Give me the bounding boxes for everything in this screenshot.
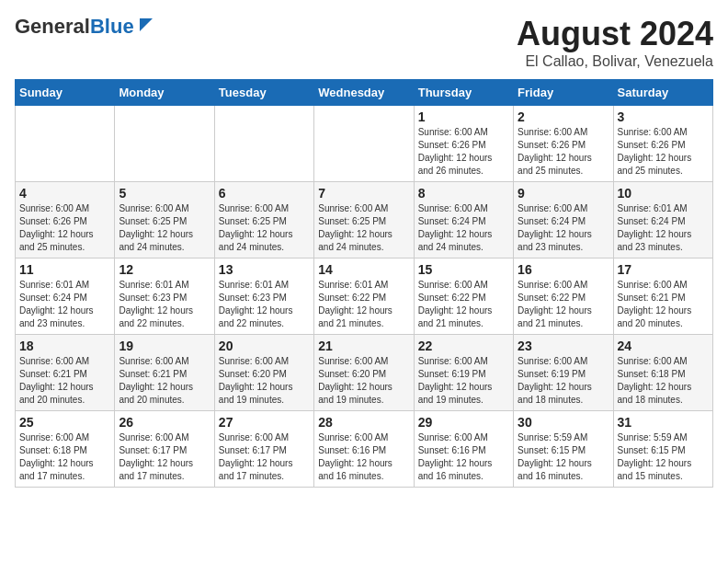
cell-info: Sunrise: 6:00 AM Sunset: 6:16 PM Dayligh… (318, 431, 409, 483)
cell-date: 29 (418, 415, 509, 430)
calendar-cell: 1Sunrise: 6:00 AM Sunset: 6:26 PM Daylig… (414, 106, 513, 182)
cell-info: Sunrise: 6:00 AM Sunset: 6:20 PM Dayligh… (318, 355, 409, 407)
logo-blue: Blue (90, 15, 134, 38)
cell-date: 28 (318, 415, 409, 430)
day-header-monday: Monday (115, 80, 214, 106)
cell-info: Sunrise: 6:00 AM Sunset: 6:18 PM Dayligh… (19, 431, 110, 483)
cell-info: Sunrise: 5:59 AM Sunset: 6:15 PM Dayligh… (618, 431, 709, 483)
cell-info: Sunrise: 6:00 AM Sunset: 6:16 PM Dayligh… (418, 431, 509, 483)
calendar-cell: 21Sunrise: 6:00 AM Sunset: 6:20 PM Dayli… (314, 335, 414, 411)
calendar-cell: 2Sunrise: 6:00 AM Sunset: 6:26 PM Daylig… (514, 106, 613, 182)
cell-date: 18 (19, 339, 110, 353)
calendar-cell (16, 106, 115, 182)
calendar-week-4: 18Sunrise: 6:00 AM Sunset: 6:21 PM Dayli… (16, 335, 713, 411)
cell-info: Sunrise: 6:01 AM Sunset: 6:24 PM Dayligh… (19, 279, 110, 330)
cell-info: Sunrise: 6:01 AM Sunset: 6:23 PM Dayligh… (219, 279, 310, 330)
cell-date: 10 (618, 186, 709, 201)
title-block: August 2024 El Callao, Bolivar, Venezuel… (517, 15, 713, 70)
logo: GeneralBlue (15, 15, 156, 39)
calendar-cell: 6Sunrise: 6:00 AM Sunset: 6:25 PM Daylig… (214, 182, 313, 259)
cell-info: Sunrise: 6:00 AM Sunset: 6:22 PM Dayligh… (518, 279, 609, 330)
cell-info: Sunrise: 5:59 AM Sunset: 6:15 PM Dayligh… (518, 431, 609, 483)
calendar-cell: 26Sunrise: 6:00 AM Sunset: 6:17 PM Dayli… (115, 411, 214, 488)
calendar-cell: 10Sunrise: 6:01 AM Sunset: 6:24 PM Dayli… (613, 182, 712, 259)
cell-info: Sunrise: 6:01 AM Sunset: 6:24 PM Dayligh… (618, 202, 709, 254)
calendar-cell: 17Sunrise: 6:00 AM Sunset: 6:21 PM Dayli… (613, 259, 712, 335)
cell-info: Sunrise: 6:00 AM Sunset: 6:26 PM Dayligh… (19, 202, 110, 254)
cell-info: Sunrise: 6:00 AM Sunset: 6:25 PM Dayligh… (318, 202, 409, 254)
calendar-week-5: 25Sunrise: 6:00 AM Sunset: 6:18 PM Dayli… (16, 411, 713, 488)
page-title: August 2024 (517, 15, 713, 53)
cell-date: 11 (19, 262, 110, 277)
cell-info: Sunrise: 6:00 AM Sunset: 6:18 PM Dayligh… (618, 355, 709, 407)
cell-date: 27 (219, 415, 310, 430)
cell-date: 6 (219, 186, 310, 201)
day-header-saturday: Saturday (613, 80, 712, 106)
calendar-cell: 5Sunrise: 6:00 AM Sunset: 6:25 PM Daylig… (115, 182, 214, 259)
cell-date: 21 (318, 339, 409, 353)
cell-info: Sunrise: 6:00 AM Sunset: 6:24 PM Dayligh… (418, 202, 509, 254)
cell-info: Sunrise: 6:00 AM Sunset: 6:22 PM Dayligh… (418, 279, 509, 330)
logo-text: GeneralBlue (15, 15, 134, 39)
day-header-tuesday: Tuesday (214, 80, 313, 106)
cell-date: 1 (418, 109, 509, 124)
calendar-week-1: 1Sunrise: 6:00 AM Sunset: 6:26 PM Daylig… (16, 106, 713, 182)
calendar-cell: 16Sunrise: 6:00 AM Sunset: 6:22 PM Dayli… (514, 259, 613, 335)
cell-info: Sunrise: 6:00 AM Sunset: 6:26 PM Dayligh… (518, 126, 609, 178)
cell-date: 12 (119, 262, 210, 277)
day-header-sunday: Sunday (16, 80, 115, 106)
cell-info: Sunrise: 6:00 AM Sunset: 6:20 PM Dayligh… (219, 355, 310, 407)
cell-date: 30 (518, 415, 609, 430)
day-header-thursday: Thursday (414, 80, 513, 106)
logo-icon (136, 15, 156, 35)
cell-info: Sunrise: 6:00 AM Sunset: 6:26 PM Dayligh… (618, 126, 709, 178)
calendar-cell: 31Sunrise: 5:59 AM Sunset: 6:15 PM Dayli… (613, 411, 712, 488)
calendar-cell: 9Sunrise: 6:00 AM Sunset: 6:24 PM Daylig… (514, 182, 613, 259)
calendar-cell: 15Sunrise: 6:00 AM Sunset: 6:22 PM Dayli… (414, 259, 513, 335)
calendar-cell: 19Sunrise: 6:00 AM Sunset: 6:21 PM Dayli… (115, 335, 214, 411)
page-subtitle: El Callao, Bolivar, Venezuela (517, 53, 713, 70)
calendar-cell: 27Sunrise: 6:00 AM Sunset: 6:17 PM Dayli… (214, 411, 313, 488)
cell-info: Sunrise: 6:00 AM Sunset: 6:25 PM Dayligh… (119, 202, 210, 254)
cell-info: Sunrise: 6:00 AM Sunset: 6:17 PM Dayligh… (219, 431, 310, 483)
cell-date: 3 (618, 109, 709, 124)
cell-date: 26 (119, 415, 210, 430)
calendar-cell: 13Sunrise: 6:01 AM Sunset: 6:23 PM Dayli… (214, 259, 313, 335)
calendar-cell: 23Sunrise: 6:00 AM Sunset: 6:19 PM Dayli… (514, 335, 613, 411)
cell-info: Sunrise: 6:01 AM Sunset: 6:22 PM Dayligh… (318, 279, 409, 330)
calendar-cell: 24Sunrise: 6:00 AM Sunset: 6:18 PM Dayli… (613, 335, 712, 411)
calendar-cell: 12Sunrise: 6:01 AM Sunset: 6:23 PM Dayli… (115, 259, 214, 335)
calendar-table: SundayMondayTuesdayWednesdayThursdayFrid… (15, 79, 713, 488)
calendar-week-3: 11Sunrise: 6:01 AM Sunset: 6:24 PM Dayli… (16, 259, 713, 335)
calendar-cell: 3Sunrise: 6:00 AM Sunset: 6:26 PM Daylig… (613, 106, 712, 182)
calendar-cell: 8Sunrise: 6:00 AM Sunset: 6:24 PM Daylig… (414, 182, 513, 259)
calendar-cell (214, 106, 313, 182)
cell-date: 8 (418, 186, 509, 201)
cell-date: 5 (119, 186, 210, 201)
cell-info: Sunrise: 6:01 AM Sunset: 6:23 PM Dayligh… (119, 279, 210, 330)
cell-info: Sunrise: 6:00 AM Sunset: 6:19 PM Dayligh… (418, 355, 509, 407)
calendar-cell: 14Sunrise: 6:01 AM Sunset: 6:22 PM Dayli… (314, 259, 414, 335)
days-header-row: SundayMondayTuesdayWednesdayThursdayFrid… (16, 80, 713, 106)
calendar-cell: 28Sunrise: 6:00 AM Sunset: 6:16 PM Dayli… (314, 411, 414, 488)
calendar-cell: 7Sunrise: 6:00 AM Sunset: 6:25 PM Daylig… (314, 182, 414, 259)
cell-date: 31 (618, 415, 709, 430)
page-header: GeneralBlue August 2024 El Callao, Boliv… (15, 15, 713, 70)
cell-info: Sunrise: 6:00 AM Sunset: 6:21 PM Dayligh… (119, 355, 210, 407)
calendar-cell: 22Sunrise: 6:00 AM Sunset: 6:19 PM Dayli… (414, 335, 513, 411)
day-header-wednesday: Wednesday (314, 80, 414, 106)
cell-info: Sunrise: 6:00 AM Sunset: 6:21 PM Dayligh… (618, 279, 709, 330)
cell-date: 17 (618, 262, 709, 277)
cell-date: 14 (318, 262, 409, 277)
calendar-cell: 29Sunrise: 6:00 AM Sunset: 6:16 PM Dayli… (414, 411, 513, 488)
calendar-cell: 20Sunrise: 6:00 AM Sunset: 6:20 PM Dayli… (214, 335, 313, 411)
cell-date: 22 (418, 339, 509, 353)
cell-info: Sunrise: 6:00 AM Sunset: 6:17 PM Dayligh… (119, 431, 210, 483)
calendar-cell (314, 106, 414, 182)
logo-general: General (15, 15, 90, 38)
cell-info: Sunrise: 6:00 AM Sunset: 6:19 PM Dayligh… (518, 355, 609, 407)
cell-date: 25 (19, 415, 110, 430)
cell-date: 2 (518, 109, 609, 124)
cell-date: 15 (418, 262, 509, 277)
calendar-cell: 11Sunrise: 6:01 AM Sunset: 6:24 PM Dayli… (16, 259, 115, 335)
